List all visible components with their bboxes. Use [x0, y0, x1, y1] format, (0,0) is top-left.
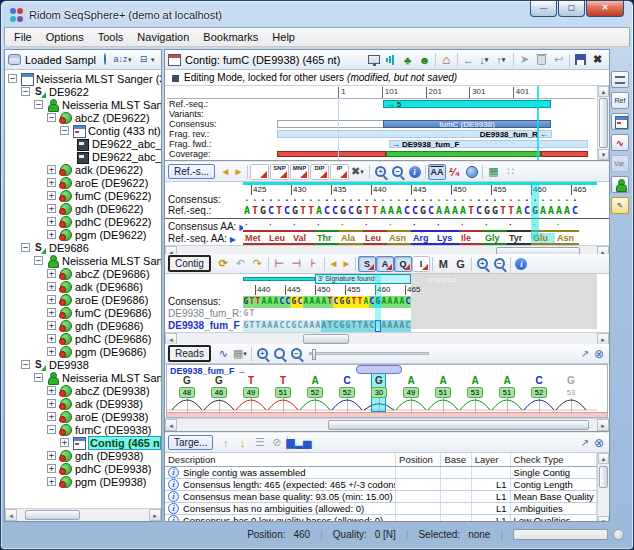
antenna-icon[interactable] — [382, 52, 399, 68]
refseq-panel-button[interactable]: Ref.-s... — [168, 164, 215, 179]
tree-item[interactable]: +pdhC (DE9938) — [5, 462, 161, 475]
check-row[interactable]: iSingle contig was assembledSingle Conti… — [165, 467, 597, 479]
tree-item[interactable]: +Contig (465 nt) — [5, 436, 161, 449]
amino-acid-toggle-icon[interactable]: AA — [428, 164, 446, 180]
reassemble-icon[interactable]: ⟳ — [215, 256, 232, 272]
edit-mode-toggle-icon[interactable]: ✎ — [611, 197, 629, 214]
close-tab-icon[interactable]: ✖ — [589, 52, 606, 68]
column-header[interactable]: Description — [165, 453, 396, 466]
fragfwd-bar[interactable]: → DE9938_fum_F — [389, 140, 588, 148]
consensus-match-row[interactable]: ........................................… — [243, 196, 579, 204]
refseq-panel[interactable]: 425430435440445450455460465 Consensus: .… — [165, 182, 609, 254]
screenshot-icon[interactable] — [365, 52, 382, 68]
edit-mnp-icon[interactable]: MNP — [290, 164, 309, 180]
scroll-left-icon[interactable]: ◂ — [5, 509, 17, 521]
submit-icon[interactable]: ➤ — [516, 52, 533, 68]
tree-item[interactable]: +gdh (DE9622) — [5, 202, 161, 215]
save-icon[interactable] — [572, 52, 589, 68]
tree-item[interactable]: +fumC (DE9622) — [5, 189, 161, 202]
tree-item[interactable]: −DE9622 — [5, 85, 161, 98]
prev-difference-icon[interactable]: ◄ — [219, 166, 232, 177]
zoom-reset-icon[interactable] — [271, 346, 288, 362]
edit-dip-icon[interactable]: DIP — [310, 164, 329, 180]
trash-icon[interactable] — [533, 52, 550, 68]
close-panel-icon[interactable]: ⊗ — [592, 436, 606, 450]
expand-expander-icon[interactable]: + — [47, 464, 56, 473]
maximize-button[interactable]: ▢ — [558, 1, 585, 17]
reads-hscrollbar[interactable]: ◂ ▸ — [165, 418, 609, 431]
tree-item[interactable]: −Neisseria MLST Sanger (3) — [5, 72, 161, 85]
expand-expander-icon[interactable]: + — [47, 412, 56, 421]
expand-expander-icon[interactable]: + — [47, 165, 56, 174]
tree-item[interactable]: −abcZ (DE9622) — [5, 111, 161, 124]
next-conflict-icon[interactable]: ► — [340, 258, 353, 269]
tree-item[interactable]: +pgm (DE9938) — [5, 475, 161, 488]
collapse-expander-icon[interactable]: − — [34, 373, 43, 382]
tree-item[interactable]: −DE9686 — [5, 241, 161, 254]
tree-item[interactable]: +fumC (DE9686) — [5, 306, 161, 319]
menu-tools[interactable]: Tools — [91, 29, 131, 45]
tree-item[interactable]: −Neisseria MLST Sanger (DE9938) — [5, 371, 161, 384]
zoom-in-icon[interactable]: + — [372, 164, 389, 180]
variants-toggle-icon[interactable]: Var. — [611, 155, 629, 172]
trace-display-icon[interactable]: ∿ — [215, 346, 232, 362]
tree-item[interactable]: +adk (DE9622) — [5, 163, 161, 176]
overview-toggle-icon[interactable] — [611, 71, 629, 88]
sidebar-hscrollbar[interactable]: ◂ ▸ — [5, 508, 161, 521]
reads-panel-button[interactable]: Reads — [168, 345, 211, 362]
collapse-expander-icon[interactable]: − — [60, 126, 69, 135]
refseq-bar[interactable]: → 5 — [383, 100, 550, 108]
expand-expander-icon[interactable]: + — [47, 295, 56, 304]
zoom-in-icon[interactable]: + — [474, 256, 491, 272]
collapse-dropdown-icon[interactable]: ▾ — [151, 56, 158, 64]
check-row[interactable]: iConsensus has no ambiguities (allowed: … — [165, 503, 597, 515]
info-icon[interactable]: i — [513, 256, 530, 272]
tree-item[interactable]: +abcZ (DE9686) — [5, 267, 161, 280]
collapse-expander-icon[interactable]: − — [34, 100, 43, 109]
read-r-row[interactable]: GT — [243, 308, 255, 320]
column-header[interactable]: Layer — [472, 453, 511, 466]
tree-item[interactable]: −DE9938 — [5, 358, 161, 371]
contig-panel-button[interactable]: Contig — [168, 255, 211, 272]
expand-expander-icon[interactable]: + — [47, 308, 56, 317]
next-down-icon[interactable]: ↓▾ — [477, 52, 494, 68]
move-up-icon[interactable]: ↑ — [217, 435, 234, 451]
reads-toggle-icon[interactable]: ∿ — [611, 134, 629, 151]
read-r-label[interactable]: DE9938_fum_R: ← — [165, 308, 243, 319]
expand-expander-icon[interactable]: + — [47, 178, 56, 187]
edit-insertion-icon[interactable]: I — [412, 256, 430, 272]
consensus-bar[interactable]: fumC (DE9938) — [383, 120, 550, 128]
assembly-overview[interactable]: 1101201301401 Ref.-seq.: → 5 Variants: C… — [165, 86, 609, 162]
check-row[interactable]: iConsensus mean base quality: 93.05 (min… — [165, 491, 597, 503]
collapse-expander-icon[interactable]: − — [47, 425, 56, 434]
trace-zoom-slider[interactable] — [309, 352, 429, 355]
menu-bookmarks[interactable]: Bookmarks — [196, 29, 265, 45]
read-f-label[interactable]: DE9938_fum_F→ — [165, 320, 243, 331]
menu-navigation[interactable]: Navigation — [130, 29, 196, 45]
overview-tracks[interactable]: 1101201301401 Ref.-seq.: → 5 Variants: C… — [165, 86, 597, 160]
list-icon[interactable]: ☰ — [251, 435, 268, 451]
check-row[interactable]: iConsensus length: 465 (expected: 465 +/… — [165, 479, 597, 491]
minimize-button[interactable]: — — [530, 1, 557, 17]
column-header[interactable]: Position — [396, 453, 441, 466]
refseq-toggle-icon[interactable]: Ref — [611, 92, 629, 109]
next-up-icon[interactable]: ↑▾ — [494, 52, 511, 68]
prev-conflict-icon[interactable]: ◄ — [327, 258, 340, 269]
chart-icon[interactable]: ▆▂▅ — [290, 435, 307, 451]
scroll-right-icon[interactable]: ▸ — [597, 419, 609, 431]
collapse-expander-icon[interactable]: − — [47, 113, 56, 122]
undo-icon[interactable]: ↩ — [550, 52, 567, 68]
trim-right-icon[interactable]: ⊣ — [288, 256, 305, 272]
expand-expander-icon[interactable]: + — [47, 217, 56, 226]
collapse-expander-icon[interactable]: − — [21, 360, 30, 369]
expand-expander-icon[interactable]: + — [60, 438, 69, 447]
gap-edit-icon[interactable]: G — [452, 256, 469, 272]
tree-item[interactable]: −Neisseria MLST Sanger (DE9622) — [5, 98, 161, 111]
next-difference-icon[interactable]: ► — [232, 166, 245, 177]
title-bar[interactable]: Ridom SeqSphere+ (demo at localhost) — ▢… — [4, 1, 630, 27]
menu-help[interactable]: Help — [265, 29, 302, 45]
tree-item[interactable]: DE9622_abc_F (4 — [5, 150, 161, 163]
scroll-right-icon[interactable]: ▸ — [149, 509, 161, 521]
tree-item[interactable]: +pdhC (DE9622) — [5, 215, 161, 228]
tree-item[interactable]: +pdhC (DE9686) — [5, 332, 161, 345]
